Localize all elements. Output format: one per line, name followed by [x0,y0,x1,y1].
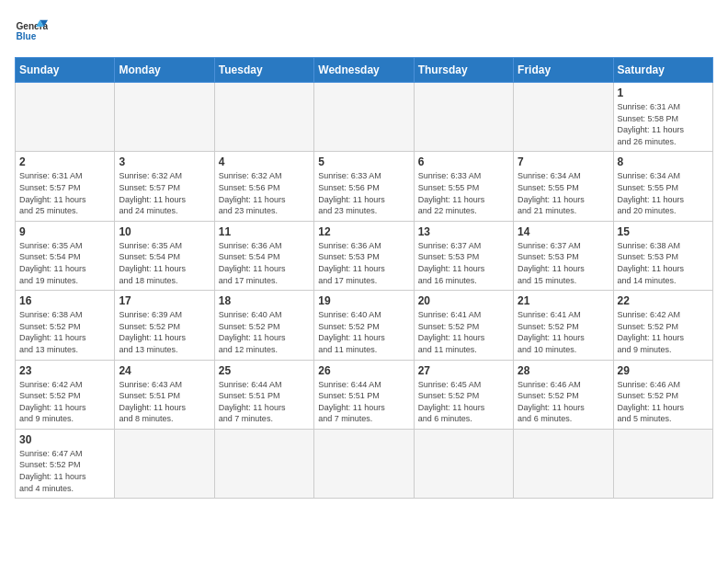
day-info: Sunrise: 6:41 AM Sunset: 5:52 PM Dayligh… [418,309,509,355]
day-number: 5 [318,155,409,168]
weekday-header-thursday: Thursday [414,58,513,83]
day-number: 7 [518,155,609,168]
calendar-cell: 11Sunrise: 6:36 AM Sunset: 5:54 PM Dayli… [214,221,313,290]
day-info: Sunrise: 6:36 AM Sunset: 5:53 PM Dayligh… [318,240,409,286]
day-number: 25 [219,364,310,377]
calendar-cell: 4Sunrise: 6:32 AM Sunset: 5:56 PM Daylig… [214,152,313,221]
day-info: Sunrise: 6:45 AM Sunset: 5:52 PM Dayligh… [418,379,509,425]
logo: General Blue [15,15,51,48]
day-info: Sunrise: 6:47 AM Sunset: 5:52 PM Dayligh… [19,448,110,494]
day-number: 21 [518,294,609,307]
calendar-week-row: 16Sunrise: 6:38 AM Sunset: 5:52 PM Dayli… [16,291,713,360]
day-info: Sunrise: 6:42 AM Sunset: 5:52 PM Dayligh… [618,309,709,355]
day-info: Sunrise: 6:44 AM Sunset: 5:51 PM Dayligh… [318,379,409,425]
day-info: Sunrise: 6:39 AM Sunset: 5:52 PM Dayligh… [119,309,210,355]
day-info: Sunrise: 6:38 AM Sunset: 5:53 PM Dayligh… [618,240,709,286]
day-number: 18 [219,294,310,307]
day-info: Sunrise: 6:41 AM Sunset: 5:52 PM Dayligh… [518,309,609,355]
calendar-cell: 18Sunrise: 6:40 AM Sunset: 5:52 PM Dayli… [214,291,313,360]
day-number: 16 [19,294,110,307]
day-info: Sunrise: 6:34 AM Sunset: 5:55 PM Dayligh… [518,170,609,216]
day-info: Sunrise: 6:35 AM Sunset: 5:54 PM Dayligh… [19,240,110,286]
calendar-cell: 10Sunrise: 6:35 AM Sunset: 5:54 PM Dayli… [115,221,214,290]
day-info: Sunrise: 6:42 AM Sunset: 5:52 PM Dayligh… [19,379,110,425]
day-info: Sunrise: 6:37 AM Sunset: 5:53 PM Dayligh… [518,240,609,286]
day-info: Sunrise: 6:31 AM Sunset: 5:58 PM Dayligh… [618,101,709,147]
day-info: Sunrise: 6:44 AM Sunset: 5:51 PM Dayligh… [219,379,310,425]
day-number: 14 [518,225,609,238]
calendar-cell [514,429,613,498]
calendar-cell [16,83,115,152]
day-info: Sunrise: 6:35 AM Sunset: 5:54 PM Dayligh… [119,240,210,286]
calendar-cell [214,83,313,152]
calendar-cell: 21Sunrise: 6:41 AM Sunset: 5:52 PM Dayli… [514,291,613,360]
day-info: Sunrise: 6:46 AM Sunset: 5:52 PM Dayligh… [618,379,709,425]
calendar-cell [115,429,214,498]
calendar-cell [414,429,513,498]
day-number: 6 [418,155,509,168]
day-number: 27 [418,364,509,377]
day-info: Sunrise: 6:40 AM Sunset: 5:52 PM Dayligh… [219,309,310,355]
day-number: 24 [119,364,210,377]
calendar-cell: 13Sunrise: 6:37 AM Sunset: 5:53 PM Dayli… [414,221,513,290]
calendar-week-row: 9Sunrise: 6:35 AM Sunset: 5:54 PM Daylig… [16,221,713,290]
weekday-header-monday: Monday [115,58,214,83]
weekday-header-saturday: Saturday [613,58,712,83]
day-number: 17 [119,294,210,307]
day-number: 11 [219,225,310,238]
calendar-cell: 14Sunrise: 6:37 AM Sunset: 5:53 PM Dayli… [514,221,613,290]
weekday-header-row: SundayMondayTuesdayWednesdayThursdayFrid… [16,58,713,83]
day-info: Sunrise: 6:33 AM Sunset: 5:55 PM Dayligh… [418,170,509,216]
day-number: 10 [119,225,210,238]
calendar-cell [115,83,214,152]
day-number: 4 [219,155,310,168]
calendar-cell: 30Sunrise: 6:47 AM Sunset: 5:52 PM Dayli… [16,429,115,498]
day-info: Sunrise: 6:43 AM Sunset: 5:51 PM Dayligh… [119,379,210,425]
calendar-cell: 8Sunrise: 6:34 AM Sunset: 5:55 PM Daylig… [613,152,712,221]
calendar-cell: 23Sunrise: 6:42 AM Sunset: 5:52 PM Dayli… [16,360,115,429]
logo-icon: General Blue [15,15,48,48]
calendar-cell: 15Sunrise: 6:38 AM Sunset: 5:53 PM Dayli… [613,221,712,290]
calendar-cell: 20Sunrise: 6:41 AM Sunset: 5:52 PM Dayli… [414,291,513,360]
calendar-cell: 2Sunrise: 6:31 AM Sunset: 5:57 PM Daylig… [16,152,115,221]
day-number: 2 [19,155,110,168]
calendar-week-row: 2Sunrise: 6:31 AM Sunset: 5:57 PM Daylig… [16,152,713,221]
day-number: 29 [618,364,709,377]
calendar-cell: 3Sunrise: 6:32 AM Sunset: 5:57 PM Daylig… [115,152,214,221]
calendar-cell: 6Sunrise: 6:33 AM Sunset: 5:55 PM Daylig… [414,152,513,221]
calendar-cell: 25Sunrise: 6:44 AM Sunset: 5:51 PM Dayli… [214,360,313,429]
calendar-cell: 29Sunrise: 6:46 AM Sunset: 5:52 PM Dayli… [613,360,712,429]
day-number: 3 [119,155,210,168]
day-number: 26 [318,364,409,377]
day-number: 13 [418,225,509,238]
day-number: 8 [618,155,709,168]
calendar-cell [314,429,414,498]
calendar-cell [214,429,313,498]
calendar-week-row: 23Sunrise: 6:42 AM Sunset: 5:52 PM Dayli… [16,360,713,429]
calendar-cell: 28Sunrise: 6:46 AM Sunset: 5:52 PM Dayli… [514,360,613,429]
calendar-table: SundayMondayTuesdayWednesdayThursdayFrid… [15,57,713,499]
weekday-header-sunday: Sunday [16,58,115,83]
day-number: 20 [418,294,509,307]
weekday-header-friday: Friday [514,58,613,83]
day-number: 30 [19,433,110,446]
calendar-cell: 5Sunrise: 6:33 AM Sunset: 5:56 PM Daylig… [314,152,414,221]
calendar-cell: 19Sunrise: 6:40 AM Sunset: 5:52 PM Dayli… [314,291,414,360]
day-info: Sunrise: 6:31 AM Sunset: 5:57 PM Dayligh… [19,170,110,216]
calendar-cell: 24Sunrise: 6:43 AM Sunset: 5:51 PM Dayli… [115,360,214,429]
svg-text:Blue: Blue [16,31,36,41]
calendar-week-row: 30Sunrise: 6:47 AM Sunset: 5:52 PM Dayli… [16,429,713,498]
day-number: 23 [19,364,110,377]
day-info: Sunrise: 6:38 AM Sunset: 5:52 PM Dayligh… [19,309,110,355]
day-number: 22 [618,294,709,307]
calendar-cell: 1Sunrise: 6:31 AM Sunset: 5:58 PM Daylig… [613,83,712,152]
day-info: Sunrise: 6:32 AM Sunset: 5:56 PM Dayligh… [219,170,310,216]
calendar-cell: 7Sunrise: 6:34 AM Sunset: 5:55 PM Daylig… [514,152,613,221]
day-info: Sunrise: 6:40 AM Sunset: 5:52 PM Dayligh… [318,309,409,355]
day-number: 19 [318,294,409,307]
weekday-header-tuesday: Tuesday [214,58,313,83]
day-info: Sunrise: 6:37 AM Sunset: 5:53 PM Dayligh… [418,240,509,286]
header: General Blue [15,15,713,48]
day-number: 9 [19,225,110,238]
day-info: Sunrise: 6:34 AM Sunset: 5:55 PM Dayligh… [618,170,709,216]
